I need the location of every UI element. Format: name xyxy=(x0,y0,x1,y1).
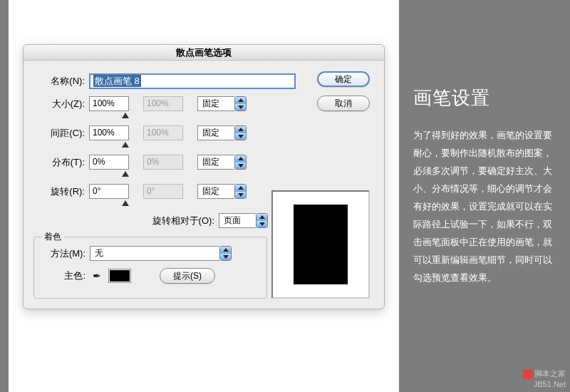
dialog-title: 散点画笔选项 xyxy=(24,45,384,61)
scatter-label: 分布(T): xyxy=(33,156,89,169)
scatter-mode-select[interactable]: 固定 xyxy=(197,155,234,170)
rotate-mode-select[interactable]: 固定 xyxy=(197,184,234,199)
watermark: 脚本之家 JB51.Net xyxy=(523,368,566,389)
ok-button[interactable]: 确定 xyxy=(317,71,370,87)
rotate-label: 旋转(R): xyxy=(33,185,89,198)
rotate-relative-select[interactable]: 页面 xyxy=(219,213,256,228)
scatter-brush-options-dialog: 散点画笔选项 确定 取消 名称(N): 散点画笔 8 大小(Z): 100% 1… xyxy=(23,44,385,309)
size-mode-stepper[interactable] xyxy=(234,96,247,111)
watermark-line1: 脚本之家 xyxy=(534,369,566,378)
rotate-mode-stepper[interactable] xyxy=(234,184,247,199)
cancel-button[interactable]: 取消 xyxy=(317,96,370,111)
spacing-mode-stepper[interactable] xyxy=(234,125,247,140)
preview-shape xyxy=(294,205,348,284)
size-value-2: 100% xyxy=(143,96,183,111)
name-label: 名称(N): xyxy=(33,75,89,88)
scatter-value-2: 0% xyxy=(143,155,183,170)
key-color-label: 主色: xyxy=(41,269,90,282)
rotate-relative-label: 旋转相对于(O): xyxy=(33,215,219,227)
scatter-value-1[interactable]: 0% xyxy=(89,155,129,170)
size-mode-select[interactable]: 固定 xyxy=(197,96,234,111)
sidebar-heading: 画笔设置 xyxy=(413,86,556,110)
watermark-line2: JB51.Net xyxy=(523,379,566,389)
method-label: 方法(M): xyxy=(41,247,90,260)
spacing-value-2: 100% xyxy=(143,125,183,140)
spacing-mode-select[interactable]: 固定 xyxy=(197,125,234,140)
spacing-slider[interactable] xyxy=(89,142,374,150)
key-color-swatch[interactable] xyxy=(108,269,131,283)
rotate-value-2: 0° xyxy=(143,184,183,199)
sidebar-body: 为了得到好的效果，画笔的设置要耐心，要制作出随机散布的图案，必须多次调节，要确定… xyxy=(413,126,556,287)
brush-preview xyxy=(271,190,370,299)
scatter-mode-stepper[interactable] xyxy=(234,155,247,170)
eyedropper-icon[interactable]: ✒ xyxy=(90,270,104,282)
spacing-label: 间距(C): xyxy=(33,127,89,140)
tips-button[interactable]: 提示(S) xyxy=(160,268,215,284)
watermark-logo-icon xyxy=(523,369,533,379)
size-slider[interactable] xyxy=(89,113,374,121)
spacing-value-1[interactable]: 100% xyxy=(89,125,129,140)
rotate-relative-stepper[interactable] xyxy=(256,213,268,228)
method-stepper[interactable] xyxy=(219,246,232,261)
name-input[interactable]: 散点画笔 8 xyxy=(89,73,296,89)
sidebar-note: 画笔设置 为了得到好的效果，画笔的设置要耐心，要制作出随机散布的图案，必须多次调… xyxy=(413,86,556,287)
method-select[interactable]: 无 xyxy=(90,246,219,261)
size-value-1[interactable]: 100% xyxy=(89,96,129,111)
colorization-legend: 着色 xyxy=(41,231,64,243)
size-label: 大小(Z): xyxy=(33,98,89,110)
rotate-value-1[interactable]: 0° xyxy=(89,184,129,199)
scatter-slider[interactable] xyxy=(89,171,374,180)
name-input-value: 散点画笔 8 xyxy=(93,75,141,87)
colorization-group: 着色 方法(M): 无 主色: ✒ 提示(S) xyxy=(33,237,267,299)
